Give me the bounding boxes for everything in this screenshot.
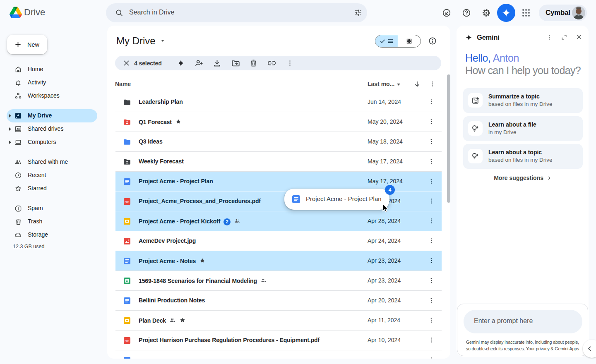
svg-text:PDF: PDF xyxy=(125,340,130,342)
svg-text:PDF: PDF xyxy=(125,201,130,203)
